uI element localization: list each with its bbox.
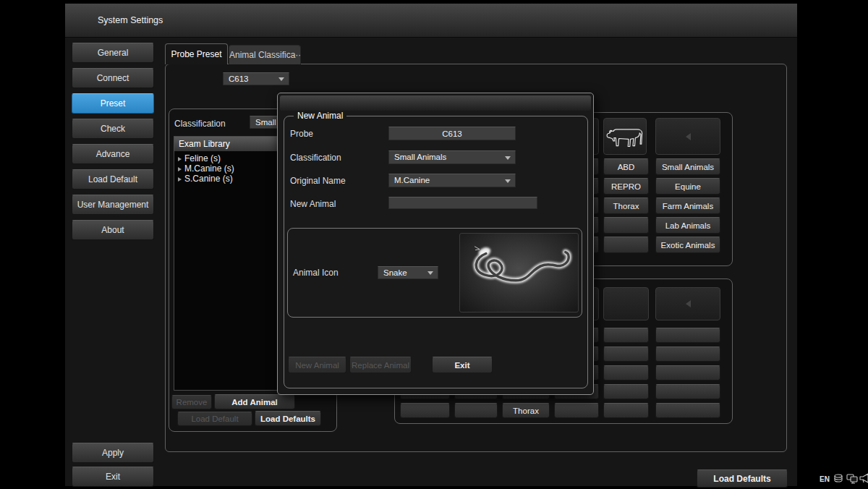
animal-icon-value: Snake [383, 268, 407, 277]
dialog-legend: New Animal [294, 111, 346, 121]
expand-arrow-icon [178, 157, 182, 161]
dialog-classification-dropdown[interactable]: Small Animals [388, 150, 516, 164]
list-item-label: M.Canine (s) [184, 163, 234, 174]
chevron-down-icon [505, 156, 511, 160]
tab-probe-preset[interactable]: Probe Preset [165, 43, 228, 64]
chevron-down-icon [278, 77, 284, 81]
exam-image-slot-empty [655, 287, 720, 320]
cow-icon [605, 122, 644, 152]
sidebar-item-user-management[interactable]: User Management [72, 195, 154, 215]
animal-icon-preview [459, 233, 579, 312]
title-bar: System Settings [65, 4, 797, 38]
cow-image [603, 118, 647, 155]
app-root: System Settings General Connect Preset C… [0, 0, 868, 489]
probe-dropdown[interactable]: C613 [223, 72, 289, 85]
exam-image-slot [603, 287, 649, 320]
sidebar-item-preset[interactable]: Preset [72, 93, 154, 114]
expand-arrow-icon [178, 177, 182, 182]
animal-image-slot-empty [655, 118, 720, 155]
animal-icon-label: Animal Icon [293, 268, 339, 278]
expand-arrow-icon [178, 167, 182, 171]
disk-icon [833, 473, 844, 484]
dialog-probe-label: Probe [290, 129, 313, 139]
dialog-new-animal-button[interactable]: New Animal [288, 357, 346, 373]
dialog-exit-button[interactable]: Exit [432, 357, 493, 373]
dialog-original-name-label: Original Name [290, 176, 346, 186]
load-default-button[interactable]: Load Default [177, 412, 252, 426]
dialog-replace-animal-button[interactable]: Replace Animal [349, 357, 412, 373]
remove-button[interactable]: Remove [171, 395, 212, 409]
speaker-icon [859, 472, 868, 484]
classification-label: Classification [174, 119, 226, 129]
chevron-down-icon [427, 271, 433, 275]
window-title: System Settings [98, 15, 163, 25]
sidebar-item-advance[interactable]: Advance [72, 144, 154, 164]
dialog-original-name-dropdown[interactable]: M.Canine [388, 174, 516, 187]
probe-dropdown-value: C613 [229, 75, 249, 83]
dual-monitor-icon [846, 473, 858, 484]
dialog-classification-label: Classification [290, 153, 341, 163]
load-defaults-button[interactable]: Load Defaults [697, 469, 788, 488]
arrow-left-icon [686, 300, 691, 307]
exit-button[interactable]: Exit [72, 467, 154, 487]
dialog-original-name-value: M.Canine [394, 176, 430, 184]
dialog-new-animal-label: New Animal [290, 199, 336, 209]
chevron-down-icon [505, 179, 511, 183]
list-item-label: S.Canine (s) [184, 174, 233, 184]
snake-image [460, 234, 578, 312]
animal-icon-dropdown[interactable]: Snake [378, 266, 438, 279]
apply-button[interactable]: Apply [72, 443, 154, 463]
language-indicator: EN [820, 475, 830, 483]
dialog-title-bar [280, 95, 591, 111]
sidebar-item-load-default[interactable]: Load Default [72, 169, 154, 190]
add-animal-button[interactable]: Add Animal [214, 394, 295, 409]
load-defaults-library-button[interactable]: Load Defaults [255, 411, 321, 426]
dialog-probe-field[interactable]: C613 [388, 127, 516, 140]
sidebar-item-connect[interactable]: Connect [72, 68, 154, 88]
sidebar-item-general[interactable]: General [72, 43, 154, 63]
classification-dropdown-value: Small [255, 118, 276, 127]
new-animal-name-input[interactable] [388, 197, 537, 209]
tab-animal-classification[interactable]: Animal Classifica··· [229, 45, 301, 64]
arrow-left-icon [686, 133, 691, 140]
sidebar-item-about[interactable]: About [72, 220, 154, 240]
dialog-classification-value: Small Animals [394, 153, 446, 161]
sidebar-item-check[interactable]: Check [72, 119, 154, 139]
list-item-label: Feline (s) [184, 153, 221, 163]
new-animal-dialog: New Animal Probe C613 Classification Sma… [277, 93, 594, 395]
